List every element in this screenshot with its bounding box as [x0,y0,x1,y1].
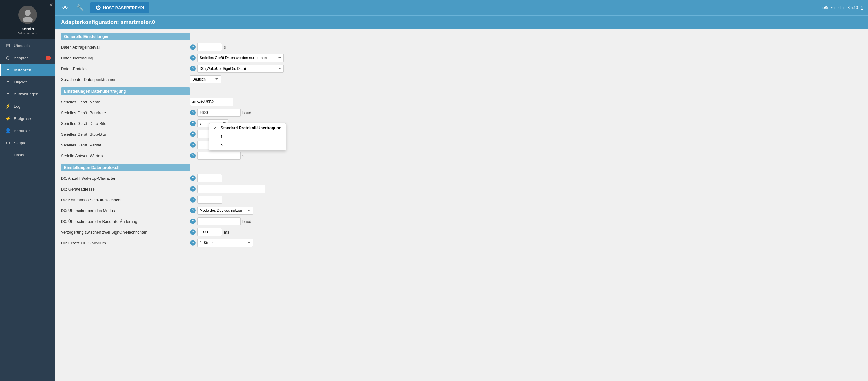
field-baudrate-aenderung: D0: Überschreiben der Baudrate-Änderung … [61,217,863,226]
dropdown-item-label-2: 2 [220,143,223,148]
sidebar-item-objekte[interactable]: ≡ Objekte [0,76,55,88]
field-daten-abfrageintervall: Daten Abfrageintervall ? s [61,43,863,51]
sidebar-username: admin [21,26,34,31]
sidebar-item-log[interactable]: ⚡ Log [0,100,55,112]
help-paritaet[interactable]: ? [190,142,196,148]
hosts-icon: ≡ [5,152,11,157]
sidebar-item-instanzen[interactable]: ≡ Instanzen [0,64,55,76]
select-obis-medium[interactable]: 1: Strom [197,239,253,247]
control-ueberschreiben-modus: ? Mode des Devices nutzen [190,206,253,214]
select-daten-protokoll[interactable]: D0 (WakeUp, SignOn, Data) [197,65,284,72]
sidebar-label-ereignisse: Ereignisse [14,116,33,121]
host-button[interactable]: ⏻ HOST RASPBERRYPI [90,2,150,13]
field-kommando-signon: D0: Kommando SignOn-Nachricht ? [61,196,863,204]
adapter-badge: 2 [45,56,51,60]
unit-wartezeit: s [242,153,245,158]
help-wartezeit[interactable]: ? [190,153,196,158]
eye-icon[interactable]: 👁 [60,2,70,13]
sidebar-label-log: Log [14,104,21,109]
field-wartezeit: Serielle Antwort Wartezeit ? s [61,151,863,160]
avatar-section: ✕ admin Administrator [0,0,55,39]
input-baudrate-aenderung[interactable] [197,217,241,225]
help-wakeup-char[interactable]: ? [190,175,196,181]
input-wakeup-char[interactable] [197,174,222,182]
select-datenuebertragung[interactable]: Serielles Gerät Daten werden nur gelesen [197,54,284,62]
sidebar-item-ereignisse[interactable]: ⚡ Ereignisse [0,112,55,125]
input-serielles-name[interactable] [190,98,233,106]
wrench-icon[interactable]: 🔧 [74,2,86,13]
field-geraeteadresse: D0: Geräteadresse ? [61,185,863,193]
help-stop-bits[interactable]: ? [190,131,196,137]
input-wartezeit[interactable] [197,152,241,160]
topbar: 👁 🔧 ⏻ HOST RASPBERRYPI ioBroker.admin 3.… [55,0,868,16]
help-verzoegerung[interactable]: ? [190,229,196,235]
section-header-generelle: Generelle Einstellungen [61,33,190,40]
help-obis-medium[interactable]: ? [190,240,196,245]
label-geraeteadresse: D0: Geräteadresse [61,187,190,192]
sidebar-label-benutzer: Benutzer [14,129,30,133]
field-obis-medium: D0: Ersatz OBIS-Medium ? 1: Strom [61,238,863,247]
adapter-icon: ⬡ [5,55,11,61]
unit-daten-abfrageintervall: s [224,45,226,50]
sidebar-label-aufzaehlungen: Aufzählungen [14,92,38,96]
unit-verzoegerung: ms [224,230,229,235]
help-geraeteadresse[interactable]: ? [190,186,196,192]
input-baudrate[interactable] [197,109,241,117]
dropdown-item-label-1: 1 [220,135,223,139]
control-baudrate: ? baud [190,109,251,117]
svg-point-0 [25,10,31,16]
field-datenuebertragung: Datenübertragung ? Serielles Gerät Daten… [61,54,863,62]
dropdown-item-standard[interactable]: ✓ Standard Protokoll/Übertragung [210,123,286,132]
control-obis-medium: ? 1: Strom [190,239,253,247]
main-area: 👁 🔧 ⏻ HOST RASPBERRYPI ioBroker.admin 3.… [55,0,868,381]
field-stop-bits: Serielles Gerät: Stop-Bits ? [61,130,863,139]
help-datenuebertragung[interactable]: ? [190,55,196,61]
control-daten-protokoll: ? D0 (WakeUp, SignOn, Data) [190,65,284,72]
select-sprache[interactable]: Deutsch [190,76,221,83]
control-wakeup-char: ? [190,174,222,182]
input-geraeteadresse[interactable] [197,185,265,193]
avatar [19,5,37,24]
label-datenuebertragung: Datenübertragung [61,56,190,60]
field-sprache: Sprache der Datenpunktnamen Deutsch [61,75,863,84]
info-icon[interactable]: ℹ [861,4,863,11]
unit-baudrate-aenderung: baud [242,219,251,224]
sidebar-label-skripte: Skripte [14,141,26,145]
sidebar-item-aufzaehlungen[interactable]: ≡ Aufzählungen [0,88,55,100]
config-content: Generelle Einstellungen Daten Abfrageint… [55,29,868,381]
sidebar: ✕ admin Administrator ⊞ Übersicht ⬡ Adap… [0,0,55,381]
sidebar-label-adapter: Adapter [14,56,28,60]
sidebar-item-hosts[interactable]: ≡ Hosts [0,149,55,161]
input-verzoegerung[interactable] [197,228,222,236]
dropdown-item-1[interactable]: 1 [210,132,286,141]
help-daten-protokoll[interactable]: ? [190,66,196,71]
control-wartezeit: ? s [190,152,245,160]
sidebar-nav: ⊞ Übersicht ⬡ Adapter 2 ≡ Instanzen ≡ Ob… [0,39,55,381]
sidebar-label-hosts: Hosts [14,153,24,157]
sidebar-item-adapter[interactable]: ⬡ Adapter 2 [0,52,55,64]
label-kommando-signon: D0: Kommando SignOn-Nachricht [61,198,190,202]
control-verzoegerung: ? ms [190,228,229,236]
input-daten-abfrageintervall[interactable] [197,43,222,51]
sidebar-label-objekte: Objekte [14,80,28,84]
sidebar-item-skripte[interactable]: <> Skripte [0,137,55,149]
help-daten-abfrageintervall[interactable]: ? [190,44,196,50]
sidebar-item-uebersicht[interactable]: ⊞ Übersicht [0,39,55,52]
label-sprache: Sprache der Datenpunktnamen [61,77,190,82]
log-icon: ⚡ [5,104,11,109]
control-serielles-name [190,98,233,106]
sidebar-item-benutzer[interactable]: 👤 Benutzer [0,125,55,137]
label-obis-medium: D0: Ersatz OBIS-Medium [61,241,190,245]
help-ueberschreiben-modus[interactable]: ? [190,208,196,213]
checkmark-icon: ✓ [214,126,218,130]
input-kommando-signon[interactable] [197,196,222,204]
dropdown-item-2[interactable]: 2 [210,141,286,150]
select-ueberschreiben-modus[interactable]: Mode des Devices nutzen [197,206,253,214]
help-data-bits[interactable]: ? [190,121,196,126]
help-baudrate-aenderung[interactable]: ? [190,218,196,224]
close-icon[interactable]: ✕ [49,2,53,8]
help-baudrate[interactable]: ? [190,110,196,115]
label-verzoegerung: Verzögerung zwischen zwei SignOn-Nachric… [61,230,190,235]
help-kommando-signon[interactable]: ? [190,197,196,203]
control-geraeteadresse: ? [190,185,265,193]
